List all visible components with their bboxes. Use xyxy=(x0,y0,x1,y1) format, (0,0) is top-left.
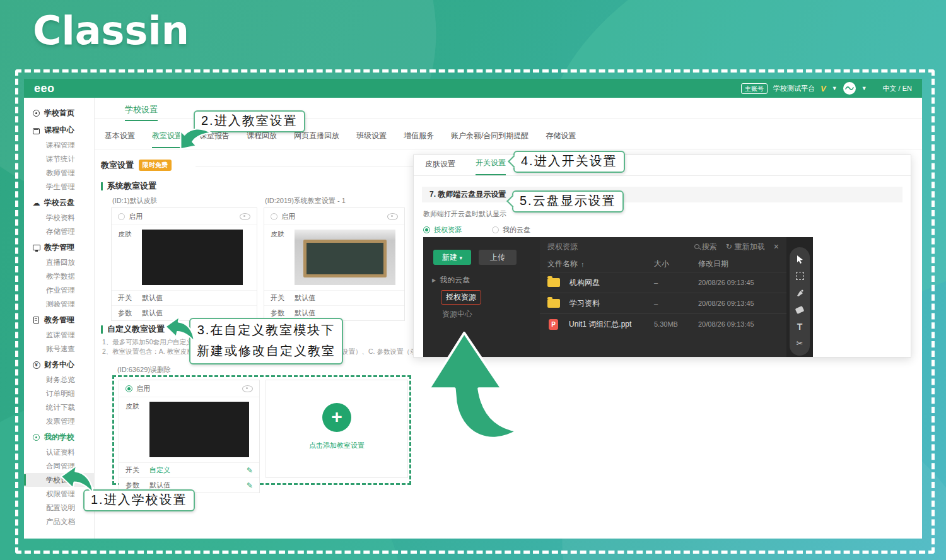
enable-radio[interactable] xyxy=(271,213,277,220)
edit-pencil-icon[interactable]: ✎ xyxy=(247,481,253,490)
search-button[interactable]: 搜索 xyxy=(694,242,717,252)
system-classroom-heading: 系统教室设置 xyxy=(101,180,156,192)
browser-main: 授权资源 搜索 ↻ 重新加载 × 文件名称 ↑ xyxy=(540,237,786,357)
big-arrow-to-panel xyxy=(409,329,522,450)
custom-note-2: 2、教室设置包含：A. 教室皮肤， xyxy=(102,347,200,356)
file-row[interactable]: PUnit1 词组汇总.ppt 5.30MB 20/08/26 09:13:45 xyxy=(540,313,786,334)
close-icon[interactable]: × xyxy=(774,242,779,252)
tree-item-authorized-resources[interactable]: 授权资源 xyxy=(441,290,481,305)
file-row[interactable]: 机构网盘 – 20/08/26 09:13:45 xyxy=(540,272,786,293)
radio-authorized-resources[interactable]: 授权资源 xyxy=(423,225,462,235)
sidebar-group-school-cloud[interactable]: ☁ 学校云盘 xyxy=(24,195,94,211)
sidebar-group-academic-management[interactable]: 教务管理 xyxy=(24,312,94,328)
new-button[interactable]: 新建 ▾ xyxy=(433,250,471,265)
sidebar-item-school-files[interactable]: 学校资料 xyxy=(24,211,94,225)
plus-icon[interactable]: + xyxy=(322,403,351,432)
school-name[interactable]: 学校测试平台 xyxy=(773,84,815,93)
sidebar-group-finance-center[interactable]: ¥ 财务中心 xyxy=(24,357,94,373)
tab-skin-settings[interactable]: 皮肤设置 xyxy=(425,159,455,175)
system-card-id: (ID:1)默认皮肤 xyxy=(112,196,158,206)
preview-eye-icon[interactable] xyxy=(240,213,250,220)
sidebar-item-quiz-management[interactable]: 测验管理 xyxy=(24,297,94,311)
sidebar-group-course-center[interactable]: 课程中心 xyxy=(24,122,94,138)
file-row[interactable]: 学习资料 – 20/08/26 09:13:45 xyxy=(540,293,786,313)
sidebar-item-storage-management[interactable]: 存储管理 xyxy=(24,225,94,238)
eraser-icon[interactable] xyxy=(796,304,803,315)
column-modified-date[interactable]: 修改日期 xyxy=(698,259,779,269)
tree-expand-icon[interactable]: ▶ xyxy=(432,277,436,283)
search-icon xyxy=(694,244,699,249)
sidebar-item-account-lookup[interactable]: 账号速查 xyxy=(24,342,94,356)
chevron-down-icon[interactable]: ▼ xyxy=(861,85,867,91)
sidebar-group-my-school[interactable]: 我的学校 xyxy=(24,429,94,445)
sidebar-item-homework-management[interactable]: 作业管理 xyxy=(24,283,94,297)
tab-course-replay[interactable]: 课程回放 xyxy=(247,131,277,148)
sidebar-item-live-replay[interactable]: 直播回放 xyxy=(24,255,94,269)
enable-row: 启用 xyxy=(264,208,404,225)
reload-button[interactable]: ↻ 重新加载 xyxy=(726,242,765,252)
browser-header: 授权资源 搜索 ↻ 重新加载 × xyxy=(540,237,786,256)
cloud-icon: ☁ xyxy=(32,199,40,207)
skin-row: 皮肤 xyxy=(264,225,404,290)
sidebar-item-order-details[interactable]: 订单明细 xyxy=(24,387,94,400)
app-header: eeo 主账号 学校测试平台 V ▼ ▼ 中文 / EN xyxy=(24,79,922,98)
marquee-select-icon[interactable] xyxy=(796,271,804,282)
calendar-icon xyxy=(32,126,40,134)
sidebar-item-class-supervision[interactable]: 监课管理 xyxy=(24,328,94,342)
cloud-display-radios: 授权资源 我的云盘 xyxy=(423,225,911,235)
skin-preview-blackboard[interactable] xyxy=(295,230,395,285)
classin-logo: Classin xyxy=(33,8,189,54)
tree-item-resource-center[interactable]: 资源中心 xyxy=(442,309,472,320)
sidebar-item-certification-files[interactable]: 认证资料 xyxy=(24,445,94,459)
tab-switch-settings[interactable]: 开关设置 xyxy=(476,158,506,175)
chevron-down-icon[interactable]: ▼ xyxy=(832,85,838,91)
tab-storage-settings[interactable]: 存储设置 xyxy=(546,131,576,148)
avatar-squiggle-icon xyxy=(845,85,854,91)
sidebar-item-teaching-data[interactable]: 教学数据 xyxy=(24,269,94,283)
sidebar-item-teacher-management[interactable]: 教师管理 xyxy=(24,166,94,180)
sidebar-item-course-management[interactable]: 课程管理 xyxy=(24,138,94,152)
sidebar-item-invoice-management[interactable]: 发票管理 xyxy=(24,414,94,428)
laser-pointer-icon[interactable] xyxy=(796,288,804,299)
sidebar-item-lesson-statistics[interactable]: 课节统计 xyxy=(24,152,94,166)
account-type-badge: 主账号 xyxy=(741,83,768,94)
column-size[interactable]: 大小 xyxy=(654,259,698,269)
preview-eye-icon[interactable] xyxy=(242,385,253,392)
scissors-icon[interactable]: ✂ xyxy=(797,338,803,349)
eeo-logo: eeo xyxy=(34,82,55,95)
tab-basic-settings[interactable]: 基本设置 xyxy=(105,131,135,148)
vip-badge: V xyxy=(820,84,826,93)
clipboard-icon xyxy=(32,316,40,324)
upload-button[interactable]: 上传 xyxy=(479,250,517,265)
skin-preview-black[interactable] xyxy=(149,402,249,457)
tab-class-group-settings[interactable]: 班级设置 xyxy=(356,131,387,148)
sidebar-item-school-home[interactable]: 学校首页 xyxy=(24,105,94,121)
tree-item-my-cloud[interactable]: ▶ 我的云盘 xyxy=(432,275,470,286)
add-classroom-card[interactable]: + 点击添加教室设置 xyxy=(266,380,408,478)
classroom-toolbar: T ✂ xyxy=(790,247,810,356)
tab-value-added-services[interactable]: 增值服务 xyxy=(404,131,434,148)
text-tool-icon[interactable]: T xyxy=(797,321,803,332)
cursor-icon[interactable] xyxy=(796,254,804,265)
sidebar-item-statistics-download[interactable]: 统计下载 xyxy=(24,400,94,414)
enable-row: 启用 xyxy=(119,380,259,397)
sidebar-group-teaching-management[interactable]: 教学管理 xyxy=(24,240,94,255)
avatar[interactable] xyxy=(843,82,856,95)
arrow-to-school-settings xyxy=(59,464,96,497)
browser-panel-title: 授权资源 xyxy=(547,242,578,252)
sidebar-item-finance-overview[interactable]: 财务总览 xyxy=(24,373,94,387)
skin-preview-black[interactable] xyxy=(142,230,243,285)
edit-pencil-icon[interactable]: ✎ xyxy=(247,466,253,475)
sidebar-item-student-management[interactable]: 学生管理 xyxy=(24,180,94,194)
tab-balance-contract-reminder[interactable]: 账户余额/合同到期提醒 xyxy=(451,131,528,148)
radio-my-cloud[interactable]: 我的云盘 xyxy=(492,225,530,235)
enable-radio-checked[interactable] xyxy=(126,385,132,392)
custom-classroom-heading: 自定义教室设置 xyxy=(101,324,165,335)
language-switch[interactable]: 中文 / EN xyxy=(883,84,912,93)
switch-settings-panel: 皮肤设置 开关设置 7. 教师端云盘显示设置 教师端打开云盘时默认显示 授权资源… xyxy=(413,155,911,358)
tab-web-live-replay[interactable]: 网页直播回放 xyxy=(294,131,339,148)
sidebar-item-product-docs[interactable]: 产品文档 xyxy=(24,515,94,528)
column-file-name[interactable]: 文件名称 ↑ xyxy=(547,259,654,269)
enable-radio[interactable] xyxy=(118,213,125,220)
preview-eye-icon[interactable] xyxy=(387,213,398,220)
